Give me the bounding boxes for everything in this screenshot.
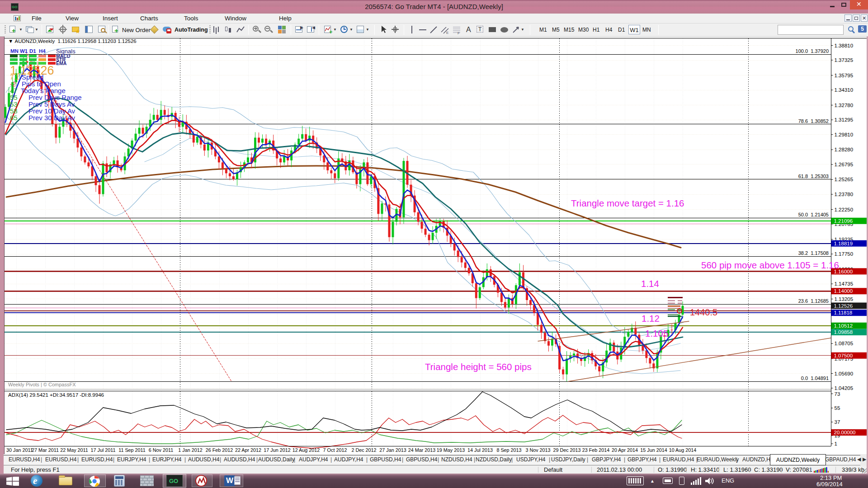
svg-text:17 Jun 2012: 17 Jun 2012 <box>264 447 290 453</box>
svg-text:20 Apr 2014: 20 Apr 2014 <box>612 447 638 453</box>
svg-text:1 Jan 2012: 1 Jan 2012 <box>178 447 202 453</box>
svg-text:MN: MN <box>10 48 19 54</box>
svg-text:20.00000: 20.00000 <box>834 430 856 435</box>
svg-text:30 Jan 2011: 30 Jan 2011 <box>6 447 33 453</box>
svg-text:560 pip move above 1.105 = 1.1: 560 pip move above 1.105 = 1.16 <box>701 260 839 270</box>
svg-text:Weekly Pivots | © CompassFX: Weekly Pivots | © CompassFX <box>8 382 76 387</box>
svg-text:17 Jul 2011: 17 Jul 2011 <box>90 447 115 453</box>
svg-text:65: 65 <box>10 114 18 122</box>
svg-text:1.07500: 1.07500 <box>834 353 853 358</box>
svg-text:50.0 1.21405: 50.0 1.21405 <box>798 212 829 217</box>
svg-text:1.21096: 1.21096 <box>834 218 853 224</box>
svg-text:Triangle height = 560 pips: Triangle height = 560 pips <box>425 361 532 372</box>
svg-text:▼ AUDNZD,Weekly 1.11626 1.129: ▼ AUDNZD,Weekly 1.11626 1.12958 1.11203 … <box>8 38 137 44</box>
svg-text:0.0 1.04891: 0.0 1.04891 <box>801 375 829 381</box>
svg-text:6 Nov 2011: 6 Nov 2011 <box>149 447 173 453</box>
svg-text:1.37325: 1.37325 <box>835 57 854 63</box>
svg-text:1.12526: 1.12526 <box>834 303 853 309</box>
svg-text:24 Mar 2013: 24 Mar 2013 <box>408 447 436 453</box>
svg-text:H4: H4 <box>39 48 46 54</box>
svg-text:7 Oct 2012: 7 Oct 2012 <box>323 447 347 453</box>
svg-text:1.13205: 1.13205 <box>835 296 854 302</box>
svg-text:37: 37 <box>835 419 840 425</box>
svg-text:1440:5: 1440:5 <box>690 307 717 317</box>
svg-text:1.23780: 1.23780 <box>835 192 854 197</box>
svg-text:Triangle move target = 1.16: Triangle move target = 1.16 <box>571 198 684 208</box>
svg-text:1.10512: 1.10512 <box>834 323 853 328</box>
svg-text:11 Sep 2011: 11 Sep 2011 <box>118 447 146 453</box>
svg-text:23 Feb 2014: 23 Feb 2014 <box>582 447 610 453</box>
svg-text:1.11818: 1.11818 <box>834 310 853 315</box>
svg-text:29 Dec 2013: 29 Dec 2013 <box>553 447 580 453</box>
svg-text:23.6 1.12685: 23.6 1.12685 <box>798 298 829 304</box>
svg-text:15 Jun 2014: 15 Jun 2014 <box>640 447 667 453</box>
svg-text:8 Sep 2013: 8 Sep 2013 <box>496 447 521 453</box>
svg-text:1: 1 <box>835 441 837 446</box>
svg-text:1.04205: 1.04205 <box>835 385 854 391</box>
svg-text:61.8 1.25303: 61.8 1.25303 <box>798 174 829 179</box>
svg-text:10 Aug 2014: 10 Aug 2014 <box>669 447 697 453</box>
svg-text:27 Mar 2011: 27 Mar 2011 <box>32 447 59 453</box>
svg-text:ADX(14) 29.5421 +DI:34.9517 -D: ADX(14) 29.5421 +DI:34.9517 -DI:8.9946 <box>8 392 104 398</box>
svg-text:1.14: 1.14 <box>641 278 659 289</box>
svg-text:73: 73 <box>835 391 840 397</box>
svg-text:1.17750: 1.17750 <box>835 251 854 257</box>
svg-text:1.26795: 1.26795 <box>835 162 854 167</box>
svg-text:1.14735: 1.14735 <box>835 281 854 286</box>
svg-text:1.09858: 1.09858 <box>834 329 853 335</box>
svg-text:100.0 1.37920: 100.0 1.37920 <box>796 48 829 54</box>
svg-text:1.18819: 1.18819 <box>834 241 853 246</box>
svg-text:E: E <box>446 31 448 35</box>
svg-text:2 Dec 2012: 2 Dec 2012 <box>351 447 376 453</box>
svg-text:W1: W1 <box>20 48 28 54</box>
svg-text:1.05690: 1.05690 <box>835 371 854 376</box>
svg-text:1.12: 1.12 <box>642 313 660 324</box>
svg-text:38.2 1.17508: 38.2 1.17508 <box>798 250 829 256</box>
svg-text:EMA: EMA <box>56 61 67 66</box>
svg-text:1.22250: 1.22250 <box>835 207 854 212</box>
svg-text:F: F <box>458 31 460 35</box>
svg-text:1.38810: 1.38810 <box>835 43 854 48</box>
svg-text:1.34310: 1.34310 <box>835 87 854 93</box>
svg-text:1.31295: 1.31295 <box>835 117 854 122</box>
svg-text:1.28280: 1.28280 <box>835 147 854 152</box>
svg-text:1.105: 1.105 <box>645 328 668 338</box>
svg-text:1.14000: 1.14000 <box>834 288 853 294</box>
svg-text:27 Jan 2013: 27 Jan 2013 <box>379 447 406 453</box>
svg-text:55: 55 <box>835 405 840 411</box>
svg-text:Prev 30 Day Av: Prev 30 Day Av <box>28 114 75 122</box>
svg-text:12 Aug 2012: 12 Aug 2012 <box>292 447 320 453</box>
svg-text:1.29810: 1.29810 <box>835 132 854 137</box>
svg-text:1.32780: 1.32780 <box>835 103 854 108</box>
svg-text:D1: D1 <box>29 48 36 54</box>
svg-text:22 May 2011: 22 May 2011 <box>60 447 88 453</box>
svg-text:78.6 1.30852: 78.6 1.30852 <box>798 118 829 124</box>
svg-text:19 May 2013: 19 May 2013 <box>437 447 465 453</box>
svg-text:26 Feb 2012: 26 Feb 2012 <box>206 447 233 453</box>
svg-text:22 Apr 2012: 22 Apr 2012 <box>235 447 261 453</box>
svg-text:3 Nov 2013: 3 Nov 2013 <box>525 447 550 453</box>
svg-text:14 Jul 2013: 14 Jul 2013 <box>467 447 493 453</box>
svg-text:1.25265: 1.25265 <box>835 177 854 182</box>
svg-text:1.35795: 1.35795 <box>835 73 854 78</box>
svg-text:1.08705: 1.08705 <box>835 341 854 346</box>
